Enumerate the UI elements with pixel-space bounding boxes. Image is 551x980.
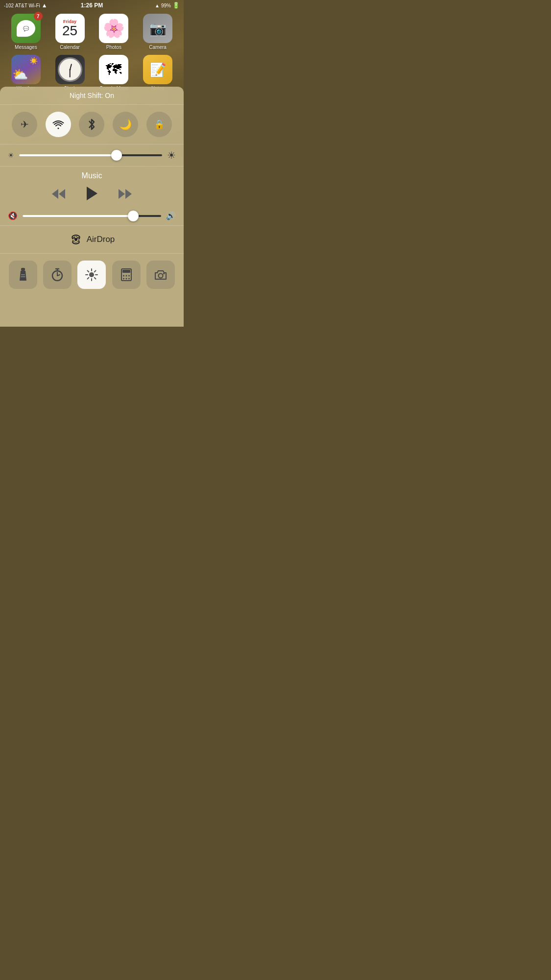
notes-icon-inner: 📝	[149, 62, 167, 78]
svg-point-27	[125, 275, 127, 277]
night-shift-label: Night Shift: On	[70, 92, 114, 99]
wifi-toggle[interactable]	[46, 112, 71, 137]
app-weather[interactable]: ☀️ ⛅ Weather	[5, 55, 47, 91]
msg-icon-inner: 💬	[23, 26, 29, 31]
clock-icon	[55, 55, 85, 84]
airplane-mode-toggle[interactable]: ✈	[12, 112, 37, 137]
camera-icon: 📷	[143, 14, 172, 43]
brightness-slider-row: ☀ ☀	[0, 144, 184, 167]
camera-bottom-button[interactable]	[146, 261, 175, 289]
airplane-icon: ✈	[21, 119, 29, 130]
music-section: Music 🔇	[0, 167, 184, 226]
airdrop-label: AirDrop	[87, 235, 115, 244]
timer-icon	[51, 268, 64, 282]
volume-thumb[interactable]	[128, 211, 139, 221]
camera-label: Camera	[149, 45, 167, 50]
wifi-icon: ▲	[42, 2, 48, 9]
app-row-1: 💬 7 Messages Friday 25 Calendar 🌸 Photos	[0, 10, 184, 54]
app-calendar[interactable]: Friday 25 Calendar	[49, 14, 91, 50]
moon-icon: 🌙	[120, 119, 132, 130]
brightness-thumb[interactable]	[111, 150, 122, 161]
music-controls	[8, 186, 176, 204]
clock-center	[69, 69, 71, 71]
airdrop-icon	[69, 233, 83, 246]
app-notes[interactable]: 📝 Notes	[137, 55, 179, 91]
svg-line-21	[95, 278, 96, 279]
svg-point-32	[158, 274, 163, 278]
battery-percent: 99%	[161, 3, 171, 8]
status-left: -102 AT&T Wi-Fi ▲	[4, 2, 48, 9]
rotation-lock-toggle[interactable]: 🔒	[146, 112, 172, 137]
volume-max-icon: 🔊	[166, 211, 176, 220]
flashlight-button[interactable]	[9, 261, 37, 289]
rotation-lock-icon: 🔒	[154, 119, 165, 130]
location-icon: ▲	[155, 3, 160, 8]
messages-label: Messages	[15, 45, 37, 50]
signal-strength: -102	[4, 3, 14, 8]
msg-bubble: 💬	[17, 20, 35, 37]
volume-fill	[23, 215, 133, 217]
calculator-button[interactable]	[112, 261, 141, 289]
svg-line-22	[95, 271, 96, 272]
svg-marker-2	[87, 187, 97, 200]
do-not-disturb-toggle[interactable]: 🌙	[113, 112, 138, 137]
svg-rect-7	[21, 268, 25, 271]
night-shift-bottom-button[interactable]	[77, 261, 106, 289]
airdrop-section[interactable]: AirDrop	[0, 226, 184, 254]
brightness-icon	[85, 268, 98, 282]
volume-track[interactable]	[23, 215, 161, 217]
app-clock[interactable]: Clock	[49, 55, 91, 91]
svg-marker-4	[125, 189, 132, 199]
notes-icon: 📝	[143, 55, 172, 84]
prev-track-button[interactable]	[51, 188, 66, 203]
bottom-icons	[0, 254, 184, 296]
clock-face	[58, 57, 82, 82]
night-shift-bar: Night Shift: On	[0, 87, 184, 105]
control-center: Night Shift: On ✈ 🌙 🔒	[0, 87, 184, 327]
svg-point-28	[128, 275, 130, 277]
svg-marker-1	[52, 189, 58, 199]
svg-marker-3	[119, 189, 125, 199]
status-bar: -102 AT&T Wi-Fi ▲ 1:26 PM ▲ 99% 🔋	[0, 0, 184, 10]
flashlight-icon	[18, 268, 28, 282]
next-track-button[interactable]	[118, 188, 133, 203]
play-button[interactable]	[86, 186, 98, 204]
photos-icon: 🌸	[99, 14, 128, 43]
svg-rect-25	[122, 270, 130, 273]
weather-cloud-icon: ⛅	[12, 67, 28, 82]
calendar-label: Calendar	[60, 45, 80, 50]
wifi-icon	[52, 120, 64, 129]
svg-point-30	[125, 278, 127, 280]
app-photos[interactable]: 🌸 Photos	[93, 14, 135, 50]
calculator-icon	[121, 268, 132, 281]
bluetooth-toggle[interactable]	[79, 112, 104, 137]
photos-label: Photos	[106, 45, 121, 50]
calendar-icon: Friday 25	[55, 14, 85, 43]
status-right: ▲ 99% 🔋	[155, 2, 180, 9]
svg-line-20	[88, 271, 89, 272]
maps-icon: 🗺	[99, 55, 128, 84]
battery-icon: 🔋	[172, 2, 180, 9]
app-messages[interactable]: 💬 7 Messages	[5, 14, 47, 50]
camera-bottom-icon	[154, 269, 167, 280]
photos-icon-inner: 🌸	[103, 18, 125, 39]
svg-point-26	[123, 275, 124, 277]
volume-min-icon: 🔇	[8, 211, 18, 220]
svg-marker-0	[59, 189, 65, 199]
app-camera[interactable]: 📷 Camera	[137, 14, 179, 50]
prev-icon	[51, 188, 66, 200]
camera-icon-inner: 📷	[149, 21, 167, 37]
music-title: Music	[8, 171, 176, 180]
app-google-maps[interactable]: 🗺 Google Maps	[93, 55, 135, 91]
svg-line-23	[88, 278, 89, 279]
minute-hand	[70, 70, 71, 77]
time-display: 1:26 PM	[81, 2, 103, 9]
brightness-min-icon: ☀	[8, 151, 14, 159]
brightness-max-icon: ☀	[167, 149, 176, 161]
brightness-fill	[19, 154, 117, 156]
weather-icon: ☀️ ⛅	[11, 55, 41, 84]
svg-rect-33	[163, 273, 165, 274]
svg-point-31	[128, 278, 130, 280]
timer-button[interactable]	[43, 261, 72, 289]
brightness-track[interactable]	[19, 154, 162, 156]
